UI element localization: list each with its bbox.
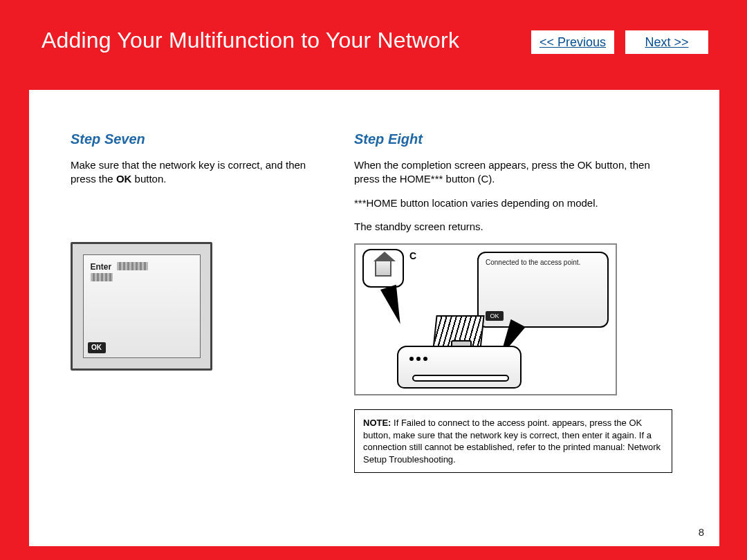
nav-next-button[interactable]: Next >> bbox=[625, 30, 708, 54]
text: button. bbox=[131, 173, 166, 185]
note-bold-label: NOTE: bbox=[363, 418, 391, 428]
step-eight-text-3: The standby screen returns. bbox=[354, 220, 672, 234]
printer-slot-icon bbox=[412, 375, 509, 382]
step-eight-title: Step Eight bbox=[354, 131, 672, 147]
page-header: Adding Your Multifunction to Your Networ… bbox=[29, 14, 719, 90]
lcd-enter-label: Enter bbox=[91, 262, 112, 272]
callout-connected-screen: Connected to the access point. OK bbox=[477, 252, 609, 328]
content: Step Seven Make sure that the network ke… bbox=[29, 90, 719, 546]
lcd-masked-text-icon bbox=[117, 262, 148, 270]
lcd-ok-button-icon: OK bbox=[88, 342, 106, 353]
callout-home-button bbox=[362, 249, 404, 288]
callout-c-label: C bbox=[409, 250, 416, 261]
printer-body-icon bbox=[397, 346, 522, 389]
step-seven-text: Make sure that the network key is correc… bbox=[71, 158, 313, 187]
callout-connected-text: Connected to the access point. bbox=[486, 259, 580, 266]
text-bold: OK bbox=[116, 173, 132, 185]
printer-buttons-icon bbox=[409, 351, 430, 364]
lcd-illustration: Enter OK bbox=[71, 242, 212, 371]
page-title: Adding Your Multifunction to Your Networ… bbox=[42, 28, 459, 53]
page-number: 8 bbox=[699, 526, 704, 538]
step-eight-text-2: ***HOME button location varies depending… bbox=[354, 196, 672, 210]
step-eight-column: Step Eight When the completion screen ap… bbox=[354, 131, 672, 473]
step-seven-title: Step Seven bbox=[71, 131, 313, 147]
nav-previous-button[interactable]: << Previous bbox=[531, 30, 614, 54]
step-seven-column: Step Seven Make sure that the network ke… bbox=[71, 131, 313, 473]
text: Make sure that the network key is correc… bbox=[71, 159, 306, 185]
note-box: NOTE: If Failed to connect to the access… bbox=[354, 409, 672, 473]
printer-diagram: C Connected to the access point. OK bbox=[354, 243, 617, 395]
lcd-screen: Enter OK bbox=[83, 254, 201, 358]
step-eight-text-1: When the completion screen appears, pres… bbox=[354, 158, 672, 187]
printer-icon bbox=[397, 319, 522, 389]
page: Adding Your Multifunction to Your Networ… bbox=[29, 14, 719, 546]
home-icon bbox=[375, 260, 391, 277]
lcd-masked-text-icon bbox=[91, 273, 113, 281]
note-text: If Failed to connect to the access point… bbox=[363, 418, 661, 465]
